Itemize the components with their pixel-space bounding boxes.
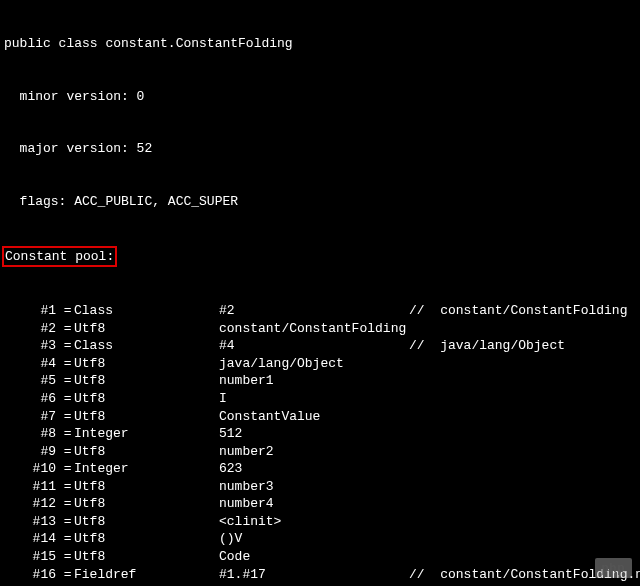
pool-value: ConstantValue (219, 408, 409, 426)
pool-value: #4 (219, 337, 409, 355)
major-version: major version: 52 (4, 140, 636, 158)
equals-sign: = (56, 408, 74, 426)
pool-type: Utf8 (74, 390, 219, 408)
equals-sign: = (56, 390, 74, 408)
pool-entry: #1 = Class#2// constant/ConstantFolding (4, 302, 636, 320)
pool-entry: #15 = Utf8Code (4, 548, 636, 566)
equals-sign: = (56, 372, 74, 390)
pool-entry: #3 = Class#4// java/lang/Object (4, 337, 636, 355)
equals-sign: = (56, 478, 74, 496)
equals-sign: = (56, 443, 74, 461)
pool-entry: #4 = Utf8java/lang/Object (4, 355, 636, 373)
pool-index: #16 (4, 566, 56, 584)
pool-value: number3 (219, 478, 409, 496)
equals-sign: = (56, 320, 74, 338)
equals-sign: = (56, 530, 74, 548)
terminal-output: public class constant.ConstantFolding mi… (0, 0, 640, 586)
pool-index: #14 (4, 530, 56, 548)
pool-value: #2 (219, 302, 409, 320)
equals-sign: = (56, 566, 74, 584)
pool-type: Utf8 (74, 443, 219, 461)
pool-type: Utf8 (74, 495, 219, 513)
pool-comment: // constant/ConstantFolding (409, 302, 627, 320)
equals-sign: = (56, 513, 74, 531)
pool-value: #1.#17 (219, 566, 409, 584)
pool-index: #4 (4, 355, 56, 373)
pool-entry: #14 = Utf8()V (4, 530, 636, 548)
pool-entry: #16 = Fieldref#1.#17// constant/Constant… (4, 566, 636, 584)
pool-index: #11 (4, 478, 56, 496)
watermark-badge: php (595, 558, 633, 578)
pool-type: Fieldref (74, 566, 219, 584)
pool-value: java/lang/Object (219, 355, 409, 373)
equals-sign: = (56, 548, 74, 566)
pool-type: Utf8 (74, 320, 219, 338)
pool-value: 512 (219, 425, 409, 443)
pool-index: #10 (4, 460, 56, 478)
pool-comment: // java/lang/Object (409, 337, 565, 355)
constant-pool-label-line: Constant pool: (4, 246, 636, 268)
pool-value: constant/ConstantFolding (219, 320, 409, 338)
pool-value: ()V (219, 530, 409, 548)
pool-type: Integer (74, 460, 219, 478)
pool-type: Class (74, 302, 219, 320)
pool-index: #1 (4, 302, 56, 320)
flags: flags: ACC_PUBLIC, ACC_SUPER (4, 193, 636, 211)
equals-sign: = (56, 425, 74, 443)
pool-value: Code (219, 548, 409, 566)
pool-entry: #5 = Utf8number1 (4, 372, 636, 390)
pool-index: #7 (4, 408, 56, 426)
pool-index: #5 (4, 372, 56, 390)
pool-type: Utf8 (74, 530, 219, 548)
pool-type: Utf8 (74, 355, 219, 373)
pool-index: #2 (4, 320, 56, 338)
pool-type: Utf8 (74, 372, 219, 390)
pool-type: Class (74, 337, 219, 355)
pool-entry: #6 = Utf8I (4, 390, 636, 408)
constant-pool-list: #1 = Class#2// constant/ConstantFolding#… (4, 302, 636, 586)
minor-version: minor version: 0 (4, 88, 636, 106)
pool-value: I (219, 390, 409, 408)
pool-type: Utf8 (74, 408, 219, 426)
pool-entry: #12 = Utf8number4 (4, 495, 636, 513)
pool-value: number2 (219, 443, 409, 461)
pool-index: #6 (4, 390, 56, 408)
equals-sign: = (56, 495, 74, 513)
pool-index: #9 (4, 443, 56, 461)
pool-entry: #9 = Utf8number2 (4, 443, 636, 461)
pool-entry: #2 = Utf8constant/ConstantFolding (4, 320, 636, 338)
pool-type: Utf8 (74, 478, 219, 496)
pool-type: Utf8 (74, 513, 219, 531)
pool-value: number4 (219, 495, 409, 513)
pool-index: #12 (4, 495, 56, 513)
pool-index: #13 (4, 513, 56, 531)
pool-type: Integer (74, 425, 219, 443)
pool-value: 623 (219, 460, 409, 478)
pool-value: number1 (219, 372, 409, 390)
pool-entry: #8 = Integer512 (4, 425, 636, 443)
equals-sign: = (56, 355, 74, 373)
pool-type: Utf8 (74, 548, 219, 566)
pool-index: #3 (4, 337, 56, 355)
pool-entry: #11 = Utf8number3 (4, 478, 636, 496)
pool-index: #15 (4, 548, 56, 566)
pool-value: <clinit> (219, 513, 409, 531)
pool-entry: #13 = Utf8<clinit> (4, 513, 636, 531)
pool-entry: #7 = Utf8ConstantValue (4, 408, 636, 426)
equals-sign: = (56, 460, 74, 478)
pool-index: #8 (4, 425, 56, 443)
constant-pool-label: Constant pool: (2, 246, 117, 268)
equals-sign: = (56, 337, 74, 355)
equals-sign: = (56, 302, 74, 320)
pool-entry: #10 = Integer623 (4, 460, 636, 478)
class-declaration: public class constant.ConstantFolding (4, 35, 636, 53)
